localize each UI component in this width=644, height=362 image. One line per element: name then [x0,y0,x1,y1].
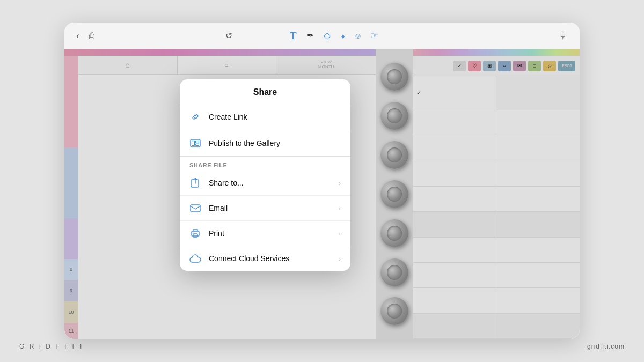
share-popup: Share Create Link [180,79,350,271]
create-link-item[interactable]: Create Link [180,104,350,130]
connect-cloud-item[interactable]: Connect Cloud Services › [180,246,350,271]
eraser-tool-icon[interactable]: ⬧ [340,31,346,41]
lasso-tool-icon[interactable]: ⌾ [355,31,361,41]
ipad-frame: ‹ ⎙ ↺ T ✒ ◇ ⬧ ⌾ ☞ 🎙 [64,23,580,339]
email-chevron: › [339,204,341,212]
email-icon [189,202,201,214]
svg-rect-4 [191,180,199,187]
pencil-tool-icon[interactable]: ◇ [324,30,331,41]
print-icon [189,227,201,239]
finger-tool-icon[interactable]: ☞ [370,30,378,41]
svg-rect-1 [192,141,195,146]
text-tool-icon[interactable]: T [290,30,297,42]
create-link-label: Create Link [209,113,341,121]
connect-cloud-chevron: › [339,255,341,263]
connect-cloud-label: Connect Cloud Services [209,254,331,263]
share-to-chevron: › [339,179,341,187]
publish-gallery-item[interactable]: Publish to the Gallery [180,130,350,157]
brand-left: G R I D F I T I [19,343,83,350]
svg-rect-7 [193,234,197,237]
link-icon [189,111,201,123]
content-area: 8 9 10 11 ⌂ [64,49,580,339]
pen-tool-icon[interactable]: ✒ [306,30,314,41]
share-to-label: Share to... [209,179,331,187]
undo-icon[interactable]: ↺ [225,31,232,40]
share-to-icon [189,177,201,189]
gallery-icon [189,137,201,149]
brand-right: gridfiti.com [587,343,625,350]
share-popup-title: Share [180,79,350,104]
svg-rect-2 [196,141,199,143]
svg-point-8 [193,233,194,234]
email-label: Email [209,204,331,212]
share-file-label: SHARE FILE [180,157,350,171]
mic-icon[interactable]: 🎙 [558,30,568,41]
share-icon[interactable]: ⎙ [89,31,94,41]
back-arrow-icon[interactable]: ‹ [76,31,79,41]
svg-rect-5 [191,205,200,212]
svg-rect-3 [196,144,199,146]
share-to-item[interactable]: Share to... › [180,171,350,196]
toolbar: ‹ ⎙ ↺ T ✒ ◇ ⬧ ⌾ ☞ 🎙 [64,23,580,49]
cloud-icon [189,253,201,264]
print-item[interactable]: Print › [180,221,350,246]
publish-gallery-label: Publish to the Gallery [209,139,341,147]
print-chevron: › [339,230,341,238]
print-label: Print [209,229,331,238]
email-item[interactable]: Email › [180,196,350,221]
